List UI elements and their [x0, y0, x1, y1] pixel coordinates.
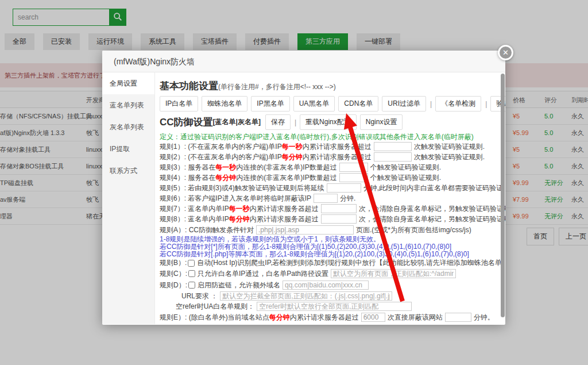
rule-d-url-row: URL要求 ： — [160, 291, 497, 301]
rule-7-row: 规则7）: 蓝名单内单IP每一秒内累计请求服务器超过次，会清除自身蓝名单标记，另… — [160, 203, 497, 214]
rule-b-text: 自动(Host Ip)识别爬虫IP,若检测到则添加到现行规则中放行【此功能比较弱… — [197, 258, 505, 268]
btn-uri-filter[interactable]: URI过滤单 — [382, 96, 426, 112]
rule-c-label: 规则C）: — [160, 269, 187, 279]
btn-ip-whitelist[interactable]: IP白名单 — [160, 96, 198, 112]
rule-c-input[interactable] — [331, 269, 456, 278]
rule-2-row: 规则2）: (不在蓝灰名单内的客户端)单IP每分钟内累计请求服务器超过次触发验证… — [160, 152, 497, 162]
basic-buttons-row: IP白名单 蜘蛛池名单 IP黑名单 UA黑名单 CDN名单 URI过滤单 | 《… — [160, 96, 497, 112]
modal-close-button[interactable]: ✕ — [498, 45, 513, 60]
rule-8-text: 规则8）: 蓝名单内单IP — [160, 214, 229, 224]
rule-2-red: 每分钟 — [282, 152, 303, 162]
sidebar-item-ip-extract[interactable]: IP提取 — [102, 138, 154, 160]
separator: | — [485, 100, 487, 108]
rule-8-post: 次，会清除自身蓝名单标记，另触发验证码验证规则. — [359, 214, 505, 224]
separator: | — [295, 118, 296, 126]
rule-d-text: 启用防盗链，允许额外域名 — [198, 281, 280, 290]
rule-b-label: 规则B）: — [160, 258, 187, 268]
rule-d-refer-row: 空refer时UA白名单规则： — [160, 301, 497, 312]
nginx-firewall-modal: ✕ (mfWaf版)Nginx防火墙 全局设置 蓝名单列表 灰名单列表 IP提取… — [102, 51, 505, 325]
btn-ua-blacklist[interactable]: UA黑名单 — [293, 96, 335, 112]
modal-content: 基本功能设置 (单行备注用#，多行备注用<!-- xxx -->) IP白名单 … — [155, 72, 505, 324]
sidebar-item-contact[interactable]: 联系方式 — [102, 160, 154, 182]
rule-a-row: 规则A）: CC防御触发条件针对页面.(空或*为所有页面包括img/css/js… — [160, 224, 497, 236]
basic-settings-hint: (单行备注用#，多行备注用<!-- xxx -->) — [218, 82, 336, 92]
modal-title: (mfWaf版)Nginx防火墙 — [102, 51, 505, 72]
rule-8-row: 规则8）: 蓝名单内单IP每分钟内累计请求服务器超过次，会清除自身蓝名单标记，另… — [160, 214, 497, 224]
rule-4-red: 每分钟 — [215, 173, 236, 183]
rule-1-post: 次触发验证码验证规则. — [414, 142, 485, 152]
rule-c-checkbox[interactable] — [188, 270, 195, 277]
app-store-page: { "accent_color": "#20a53a", "topbar": {… — [0, 0, 588, 365]
rule-2-mid: 内累计请求服务器超过 — [303, 152, 372, 162]
cc-defense-tag: [蓝名单|灰名单] — [213, 117, 261, 127]
rule-7-input[interactable] — [321, 204, 357, 213]
rule-1-text: 规则1）: (不在蓝灰名单内的客户端)单IP — [160, 142, 282, 152]
rule-5-input[interactable] — [327, 183, 361, 193]
rule-6-post: 分钟. — [340, 194, 355, 203]
separator: | — [430, 100, 432, 108]
rule-8-red: 每分钟 — [229, 214, 250, 224]
rule-d-refer-label: 空refer时UA白名单规则： — [176, 302, 254, 312]
btn-spider-pool[interactable]: 蜘蛛池名单 — [202, 96, 247, 112]
rule-2-text: 规则2）: (不在蓝灰名单内的客户端)单IP — [160, 152, 282, 162]
rule-b-checkbox[interactable] — [188, 260, 195, 267]
rules-hint-line-3: 若CC防御是针对[.php]等脚本页面，那么1-8规则合理值为[(1)20,(2… — [160, 251, 497, 258]
rule-e-input-threshold[interactable] — [361, 313, 385, 322]
rule-7-text: 规则7）: 蓝名单内单IP — [160, 204, 229, 214]
rule-e-mid2: 次直接屏蔽该网站 — [388, 313, 443, 322]
rule-6-text: 规则6）: 若客户端IP进入灰名单时将临时屏蔽该IP — [160, 194, 311, 203]
btn-reload-nginx[interactable]: 重载Nginx配置 — [300, 114, 357, 130]
rule-8-input[interactable] — [321, 214, 357, 224]
rule-6-row: 规则6）: 若客户端IP进入灰名单时将临时屏蔽该IP分钟. — [160, 193, 497, 203]
btn-cdn-list[interactable]: CDN名单 — [338, 96, 378, 112]
rule-1-red: 每一秒 — [282, 142, 303, 152]
rule-d-url-input[interactable] — [220, 291, 392, 301]
rule-3-post: 个触发验证码验证规则. — [370, 163, 441, 172]
rule-6-input[interactable] — [314, 194, 338, 203]
rule-c-row: 规则C）:只允许白名单IP通过，白名单Path路径设置 — [160, 268, 497, 279]
rule-d-input[interactable] — [283, 281, 369, 290]
rule-5-row: 规则5）: 若由规则3)或4)触发验证码验证规则后将延续分钟,此段时间内非白蓝名… — [160, 183, 497, 193]
rule-d-refer-input[interactable] — [257, 302, 412, 311]
btn-list-check[interactable]: 《名单检测 — [435, 96, 481, 112]
btn-save[interactable]: 保存 — [265, 114, 291, 130]
close-icon: ✕ — [502, 48, 509, 57]
rule-a-post: 页面.(空或*为所有页面包括img/css/js) — [356, 225, 471, 235]
rule-2-input[interactable] — [374, 152, 412, 162]
basic-settings-heading: 基本功能设置 (单行备注用#，多行备注用<!-- xxx -->) — [160, 79, 497, 93]
rule-d-checkbox[interactable] — [188, 282, 195, 289]
sidebar-item-gray-list[interactable]: 灰名单列表 — [102, 116, 154, 138]
sidebar-item-global-settings[interactable]: 全局设置 — [102, 72, 154, 94]
rule-b-row: 规则B）:自动(Host Ip)识别爬虫IP,若检测到则添加到现行规则中放行【此… — [160, 258, 497, 268]
rule-d-url-label: URL要求 ： — [181, 291, 218, 301]
rule-2-post: 次触发验证码验证规则. — [414, 152, 485, 162]
cc-defense-heading: CC防御设置 [蓝名单|灰名单] 保存 | 重载Nginx配置 Nginx设置 — [160, 114, 497, 130]
cc-defense-title: CC防御设置 — [160, 116, 213, 129]
sidebar-item-blue-list[interactable]: 蓝名单列表 — [102, 94, 154, 116]
rule-a-text: 规则A）: CC防御触发条件针对 — [160, 225, 254, 235]
btn-nginx-settings[interactable]: Nginx设置 — [360, 114, 403, 130]
rule-e-input-minutes[interactable] — [445, 313, 471, 322]
rule-5-text: 规则5）: 若由规则3)或4)触发验证码验证规则后将延续 — [160, 183, 324, 193]
modal-scrollbar-thumb[interactable] — [501, 74, 505, 317]
rule-3-red: 每一秒 — [215, 163, 236, 172]
rule-7-red: 每一秒 — [229, 204, 250, 214]
rule-e-mid: 内累计请求服务器超过 — [290, 313, 359, 322]
rule-3-mid: 内连接的(非蓝灰名单)IP数量超过 — [236, 163, 336, 172]
rule-e-text: 规则E）: (除白名单外)当前域名站点 — [160, 313, 269, 322]
rule-1-mid: 内累计请求服务器超过 — [303, 142, 372, 152]
rule-4-mid: 内连接的(非蓝灰名单)IP数量超过 — [236, 173, 336, 183]
rule-4-input[interactable] — [339, 173, 368, 182]
rule-5-post: 分钟,此段时间内非白蓝名单都需要验证码验证. — [363, 183, 505, 193]
basic-settings-title: 基本功能设置 — [160, 79, 218, 93]
modal-sidebar: 全局设置 蓝名单列表 灰名单列表 IP提取 联系方式 — [102, 72, 155, 324]
rule-1-row: 规则1）: (不在蓝灰名单内的客户端)单IP每一秒内累计请求服务器超过次触发验证… — [160, 141, 497, 152]
rule-3-row: 规则3）: 服务器在每一秒内连接的(非蓝灰名单)IP数量超过个触发验证码验证规则… — [160, 162, 497, 172]
rule-a-input[interactable] — [256, 225, 354, 235]
rule-1-input[interactable] — [374, 142, 412, 151]
rule-3-text: 规则3）: 服务器在 — [160, 163, 215, 172]
rule-7-mid: 内累计请求服务器超过 — [250, 204, 319, 214]
rule-3-input[interactable] — [339, 163, 368, 172]
btn-ip-blacklist[interactable]: IP黑名单 — [251, 96, 289, 112]
rule-4-text: 规则4）: 服务器在 — [160, 173, 215, 183]
